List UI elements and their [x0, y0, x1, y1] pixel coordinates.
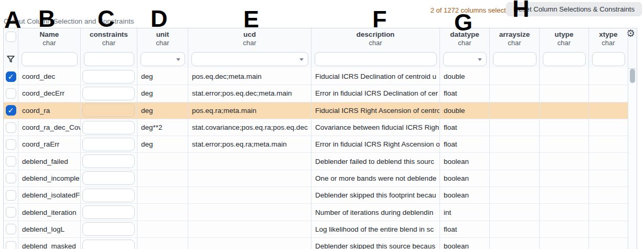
table-row[interactable]: deblend_failedDeblender failed to deblen…	[4, 153, 628, 170]
select-all-checkbox[interactable]	[6, 32, 16, 42]
column-header-arraysize[interactable]: arraysizechar	[490, 28, 540, 50]
column-header-name[interactable]: Namechar	[18, 28, 81, 50]
column-header-datatype[interactable]: datatypechar	[440, 28, 490, 50]
unit-filter-input[interactable]	[141, 52, 185, 66]
column-header-constraints[interactable]: constraintschar	[81, 28, 137, 50]
column-type: char	[243, 39, 256, 47]
constraint-input[interactable]	[82, 240, 135, 249]
cell-xtype	[589, 85, 628, 101]
cell-arraysize	[490, 68, 540, 85]
arraysize-filter-input[interactable]	[493, 52, 536, 66]
chevron-down-icon	[299, 58, 304, 61]
table-row[interactable]: coord_radegpos.eq.ra;meta.mainFiducial I…	[4, 102, 628, 119]
table-row[interactable]: coord_decErrdegstat.error;pos.eq.dec;met…	[4, 85, 628, 102]
table-row[interactable]: coord_decdegpos.eq.dec;meta.mainFiducial…	[4, 68, 628, 85]
reset-button[interactable]: Reset Column Selections & Constraints	[506, 2, 642, 16]
description-filter-input[interactable]	[315, 52, 437, 66]
cell-ucd	[188, 187, 312, 203]
cell-unit	[137, 238, 188, 249]
row-checkbox[interactable]	[6, 190, 16, 201]
constraint-input[interactable]	[82, 138, 135, 151]
column-type: char	[508, 39, 521, 47]
column-header-ucd[interactable]: ucdchar	[188, 28, 312, 50]
row-checkbox[interactable]	[6, 88, 16, 99]
cell-datatype: float	[440, 221, 490, 237]
cell-xtype	[589, 204, 628, 220]
column-header-utype[interactable]: utypechar	[540, 28, 589, 50]
table-row[interactable]: deblend_isolatedFDeblender skipped this …	[4, 187, 628, 204]
filter-cell-ucd	[188, 50, 312, 68]
cell-xtype	[589, 119, 628, 136]
column-label: datatype	[450, 30, 479, 39]
column-label: description	[357, 30, 395, 39]
cell-unit: deg	[137, 102, 188, 119]
annotation-label-d: D	[151, 7, 167, 30]
column-label: Name	[40, 30, 59, 39]
column-header-xtype[interactable]: xtypechar	[589, 28, 628, 50]
cell-name: coord_ra_dec_Cov	[18, 119, 81, 136]
constraints-filter-input[interactable]	[84, 52, 134, 66]
cell-name: deblend_masked	[18, 238, 81, 249]
cell-utype	[540, 238, 589, 249]
row-checkbox[interactable]	[6, 156, 16, 167]
cell-utype	[540, 221, 589, 237]
row-checkbox[interactable]	[6, 173, 16, 183]
cell-arraysize	[490, 170, 540, 186]
cell-xtype	[589, 153, 628, 169]
cell-constraints	[81, 102, 137, 119]
cell-datatype: float	[440, 85, 490, 101]
table-row[interactable]: deblend_logLLog likelihood of the entire…	[4, 221, 628, 238]
cell-name: coord_dec	[18, 68, 81, 85]
column-header-description[interactable]: descriptionchar	[312, 28, 440, 50]
column-type: char	[369, 39, 382, 47]
constraint-input[interactable]	[82, 154, 135, 168]
cell-unit	[137, 221, 188, 237]
table-row[interactable]: coord_raErrdegstat.error;pos.eq.ra;meta.…	[4, 136, 628, 153]
constraint-input[interactable]	[82, 205, 135, 219]
row-checkbox-cell	[4, 68, 18, 85]
cell-description: Error in fiducial ICRS Declination of ce…	[312, 85, 440, 101]
row-checkbox-cell	[4, 136, 18, 152]
datatype-filter-input[interactable]	[443, 52, 487, 66]
constraint-input[interactable]	[82, 189, 135, 202]
constraint-input[interactable]	[82, 70, 135, 84]
table-row[interactable]: deblend_maskedDeblender skipped this sou…	[4, 238, 628, 249]
row-checkbox-cell	[4, 238, 18, 249]
table-row[interactable]: coord_ra_dec_Covdeg**2stat.covariance;po…	[4, 119, 628, 136]
table-row[interactable]: deblend_incompleOne or more bands were n…	[4, 170, 628, 187]
utype-filter-input[interactable]	[543, 52, 586, 66]
filter-funnel-icon[interactable]	[6, 54, 16, 64]
cell-arraysize	[490, 85, 540, 101]
row-checkbox[interactable]	[6, 207, 16, 217]
row-checkbox[interactable]	[6, 71, 16, 82]
scrollbar-thumb[interactable]	[630, 69, 635, 83]
constraint-input[interactable]	[82, 121, 135, 134]
name-filter-input[interactable]	[22, 52, 78, 66]
cell-unit: deg**2	[137, 119, 188, 136]
table-header-row: Namecharconstraintscharunitcharucdcharde…	[4, 28, 637, 50]
row-checkbox[interactable]	[6, 122, 16, 133]
filter-cell-datatype	[440, 50, 490, 68]
xtype-filter-input[interactable]	[592, 52, 625, 66]
cell-description: Fiducial ICRS Declination of centroid u	[312, 68, 440, 85]
row-checkbox[interactable]	[6, 139, 16, 150]
row-checkbox-cell	[4, 204, 18, 220]
cell-xtype	[589, 221, 628, 237]
cell-description: Covariance between fiducial ICRS Righ	[312, 119, 440, 136]
row-checkbox[interactable]	[6, 224, 16, 234]
column-header-unit[interactable]: unitchar	[137, 28, 188, 50]
ucd-filter-input[interactable]	[191, 52, 308, 66]
cell-ucd: stat.error;pos.eq.ra;meta.main	[188, 136, 312, 152]
row-checkbox[interactable]	[6, 105, 16, 116]
cell-arraysize	[490, 136, 540, 152]
cell-unit: deg	[137, 68, 188, 85]
constraint-input[interactable]	[82, 171, 135, 185]
constraint-input[interactable]	[82, 222, 135, 236]
row-checkbox[interactable]	[6, 241, 16, 249]
table-row[interactable]: deblend_iterationNumber of iterations du…	[4, 204, 628, 221]
constraint-input[interactable]	[82, 87, 135, 100]
select-all-cell	[4, 28, 18, 50]
cell-ucd	[188, 238, 312, 249]
cell-utype	[540, 68, 589, 85]
constraint-input[interactable]	[82, 103, 135, 117]
